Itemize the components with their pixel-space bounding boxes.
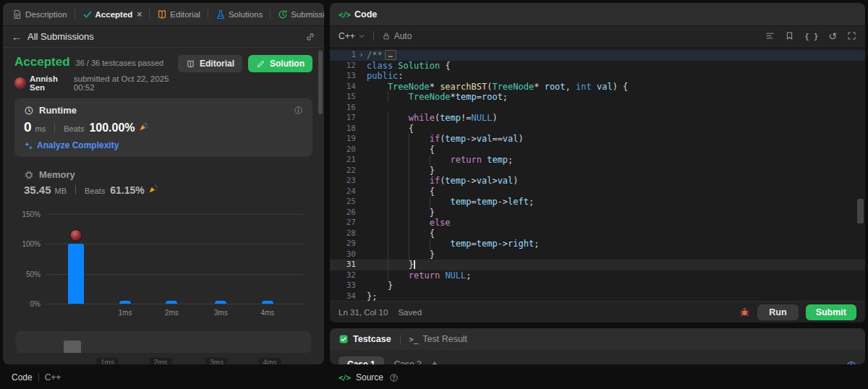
tab-solutions-label: Solutions xyxy=(229,10,263,19)
run-submit-group: Run Submit xyxy=(739,304,856,320)
source-code-icon: </> xyxy=(339,373,350,382)
code-line-20[interactable]: 20{ xyxy=(330,145,865,155)
memory-values: 35.45 MB Beats 61.15% xyxy=(24,184,303,196)
chart-bar[interactable] xyxy=(119,301,131,304)
divider xyxy=(373,31,374,40)
status-accepted: Accepted xyxy=(14,55,70,69)
line-number: 21 xyxy=(330,155,356,166)
chart-bar[interactable] xyxy=(166,301,177,304)
code-line-27[interactable]: 27else xyxy=(330,218,865,228)
close-tab-icon[interactable]: × xyxy=(137,10,142,19)
copy-link-button[interactable] xyxy=(305,32,315,42)
code-line-19[interactable]: 19if(temp->val==val) xyxy=(330,134,865,145)
code-line-13[interactable]: 13public: xyxy=(330,71,865,82)
code-line-25[interactable]: 25temp=temp->left; xyxy=(330,197,865,208)
editorial-button[interactable]: Editorial xyxy=(178,55,242,72)
code-line-15[interactable]: 15TreeNode*temp=root; xyxy=(330,92,865,103)
editorial-button-label: Editorial xyxy=(200,59,234,69)
chart-bar[interactable] xyxy=(215,301,226,304)
folded-region-ellipsis[interactable]: … xyxy=(385,50,396,60)
tab-code[interactable]: </> Code xyxy=(336,9,380,20)
footer-source-label[interactable]: Source xyxy=(356,372,383,382)
tab-testcase[interactable]: Testcase xyxy=(339,334,391,344)
footer-code-label[interactable]: Code xyxy=(12,372,33,382)
submissions-subheader: ← All Submissions xyxy=(3,26,324,48)
code-line-23[interactable]: 23if(temp->val>val) xyxy=(330,176,865,187)
fullscreen-icon[interactable] xyxy=(847,31,856,40)
tab-solutions[interactable]: Solutions xyxy=(212,7,266,22)
line-number: 31 xyxy=(330,260,356,270)
code-line-21[interactable]: 21return temp; xyxy=(330,155,865,166)
format-code-icon[interactable] xyxy=(765,31,775,40)
code-line-16[interactable]: 16 xyxy=(330,103,865,114)
tab-test-result[interactable]: >_ Test Result xyxy=(409,334,468,344)
bookmark-icon[interactable] xyxy=(785,31,794,40)
chart-bar[interactable] xyxy=(68,244,84,304)
runtime-card[interactable]: Runtime 0 ms Beats 100.00% xyxy=(14,98,312,157)
code-editor[interactable]: 1›/**…12class Solution {13public:14TreeN… xyxy=(330,46,865,301)
code-line-29[interactable]: 29temp=temp->right; xyxy=(330,239,865,249)
case-2-tab[interactable]: Case 2 xyxy=(393,356,423,364)
help-icon[interactable] xyxy=(389,373,399,382)
code-line-14[interactable]: 14TreeNode* searchBST(TreeNode* root, in… xyxy=(330,82,865,93)
line-number: 30 xyxy=(330,249,356,260)
left-panel-scrollbar[interactable] xyxy=(318,51,323,114)
code-line-33[interactable]: 33} xyxy=(330,281,865,291)
leetcode-submission-page: Description Accepted × Editorial Solutio… xyxy=(0,0,868,389)
left-footer: Code C++ xyxy=(3,369,324,386)
runtime-info-button[interactable] xyxy=(294,106,303,115)
add-case-button[interactable]: + xyxy=(432,359,438,364)
editor-scrollbar-handle[interactable] xyxy=(857,199,864,223)
analyze-complexity-link[interactable]: Analyze Complexity xyxy=(24,140,303,150)
code-tabbar: </> Code xyxy=(330,3,865,26)
footer-language-label[interactable]: C++ xyxy=(45,372,61,382)
code-line-22[interactable]: 22} xyxy=(330,166,865,176)
code-line-1[interactable]: 1›/**… xyxy=(330,50,865,61)
fold-chevron-icon[interactable]: › xyxy=(356,50,367,61)
all-submissions-link[interactable]: All Submissions xyxy=(27,31,94,42)
code-line-31[interactable]: 31} xyxy=(330,260,865,270)
tab-accepted[interactable]: Accepted × xyxy=(79,7,146,22)
fold-gutter xyxy=(356,228,367,239)
solution-button[interactable]: Solution xyxy=(248,55,312,72)
memory-card[interactable]: Memory 35.45 MB Beats 61.15% xyxy=(14,163,312,202)
code-line-30[interactable]: 30} xyxy=(330,249,865,260)
code-line-18[interactable]: 18{ xyxy=(330,124,865,134)
case-1-tab[interactable]: Case 1 xyxy=(339,356,384,364)
run-button[interactable]: Run xyxy=(757,304,798,320)
code-line-17[interactable]: 17while(temp!=NULL) xyxy=(330,113,865,124)
code-line-28[interactable]: 28{ xyxy=(330,228,865,239)
code-line-26[interactable]: 26} xyxy=(330,208,865,218)
eye-icon xyxy=(846,359,856,364)
cursor-position: Ln 31, Col 10 xyxy=(339,308,388,317)
tab-accepted-label: Accepted xyxy=(95,10,133,19)
reset-code-icon[interactable]: ↺ xyxy=(828,31,837,41)
debugger-bug-icon[interactable] xyxy=(739,307,750,317)
auto-save-toggle[interactable]: Auto xyxy=(382,31,412,41)
testcase-header: Testcase >_ Test Result xyxy=(330,328,865,350)
y-axis-label: 0% xyxy=(16,300,41,308)
braces-icon[interactable]: { } xyxy=(804,32,818,40)
chart-bar[interactable] xyxy=(262,301,273,304)
tab-description[interactable]: Description xyxy=(9,7,71,22)
sparkles-icon xyxy=(24,141,33,150)
editor-scrollbar[interactable] xyxy=(856,46,865,301)
back-arrow-icon[interactable]: ← xyxy=(12,32,22,42)
fold-gutter xyxy=(356,239,367,249)
language-selector[interactable]: C++ xyxy=(339,31,365,41)
code-line-34[interactable]: 34}; xyxy=(330,291,865,302)
submit-button[interactable]: Submit xyxy=(806,304,856,320)
code-line-32[interactable]: 32return NULL; xyxy=(330,270,865,281)
submitted-at: submitted at Oct 22, 2025 00:52 xyxy=(74,74,178,92)
distribution-preview-strip[interactable] xyxy=(16,331,311,353)
tab-submission[interactable]: Submission xyxy=(274,7,324,22)
tab-editorial[interactable]: Editorial xyxy=(153,7,204,22)
toggle-visibility-button[interactable] xyxy=(846,359,856,364)
code-line-12[interactable]: 12class Solution { xyxy=(330,61,865,72)
code-line-24[interactable]: 24{ xyxy=(330,187,865,197)
tab-code-label: Code xyxy=(354,9,377,20)
preview-strip-labels: 1ms2ms3ms4ms xyxy=(16,358,311,364)
y-axis-label: 150% xyxy=(16,210,41,218)
line-number: 16 xyxy=(330,103,356,114)
pencil-icon xyxy=(256,59,265,69)
